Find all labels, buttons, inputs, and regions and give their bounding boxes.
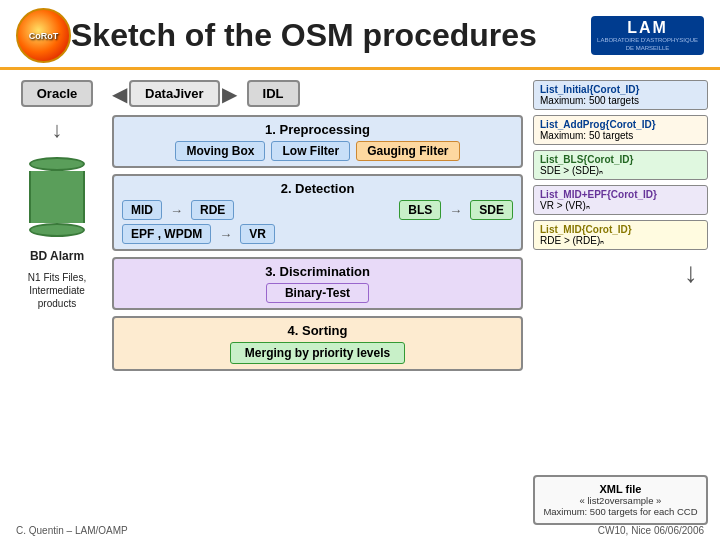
db-body [29,171,85,223]
lam-logo-subtitle: LABORATOIRE D'ASTROPHYSIQUEDE MARSEILLE [597,37,698,51]
detection-section: 2. Detection MID → RDE BLS → SDE EPF , W… [112,174,523,251]
n1-label: N1 Fits Files,Intermediateproducts [28,271,86,310]
list-bls-subtitle: SDE > (SDE)ₙ [540,165,701,176]
footer-right: CW10, Nice 06/06/2006 [598,525,704,536]
page-title: Sketch of the OSM procedures [71,17,591,54]
db-cylinder [27,157,87,237]
xml-title: XML file [543,483,698,495]
lam-logo: LAM LABORATOIRE D'ASTROPHYSIQUEDE MARSEI… [591,16,704,54]
binary-test-box: Binary-Test [266,283,369,303]
idl-box: IDL [247,80,300,107]
footer: C. Quentin – LAM/OAMP CW10, Nice 06/06/2… [0,525,720,536]
detection-row1: MID → RDE BLS → SDE [122,200,513,220]
datajiver-wrapper: ◀ DataJiver ▶ [112,80,237,107]
list-mid-title: List_MID{Corot_ID} [540,224,701,235]
arrow-connector: ↓ [52,117,63,143]
moving-box-filter: Moving Box [175,141,265,161]
arrow-epf-vr: → [219,227,232,242]
main-content: Oracle ↓ BD Alarm N1 Fits Files,Intermed… [0,70,720,535]
arrow-bls-sde: → [449,203,462,218]
sorting-title: 4. Sorting [122,323,513,338]
binary-test-wrapper: Binary-Test [122,283,513,303]
list-bls-box: List_BLS{Corot_ID} SDE > (SDE)ₙ [533,150,708,180]
center-column: ◀ DataJiver ▶ IDL 1. Preprocessing Movin… [112,80,523,525]
list-mid-box: List_MID{Corot_ID} RDE > (RDE)ₙ [533,220,708,250]
list-mid-subtitle: RDE > (RDE)ₙ [540,235,701,246]
page-header: CoRoT Sketch of the OSM procedures LAM L… [0,0,720,70]
sorting-section: 4. Sorting Merging by priority levels [112,316,523,371]
oracle-box: Oracle [21,80,93,107]
right-column: List_Initial{Corot_ID} Maximum: 500 targ… [533,80,708,525]
list-bls-title: List_BLS{Corot_ID} [540,154,701,165]
list-initial-title: List_Initial{Corot_ID} [540,84,701,95]
preprocessing-title: 1. Preprocessing [122,122,513,137]
mid-box: MID [122,200,162,220]
list-mid-epf-title: List_MID+EPF{Corot_ID} [540,189,701,200]
gauging-filter-box: Gauging Filter [356,141,459,161]
list-mid-epf-subtitle: VR > (VR)ₙ [540,200,701,211]
low-filter-box: Low Filter [271,141,350,161]
rde-box: RDE [191,200,234,220]
list-mid-epf-box: List_MID+EPF{Corot_ID} VR > (VR)ₙ [533,185,708,215]
lam-logo-text: LAM [627,19,668,37]
right-arrow-icon: ▶ [222,82,237,106]
sde-box: SDE [470,200,513,220]
list-addprog-subtitle: Maximum: 50 targets [540,130,701,141]
top-row: ◀ DataJiver ▶ IDL [112,80,523,107]
list-addprog-box: List_AddProg{Corot_ID} Maximum: 50 targe… [533,115,708,145]
left-arrow-icon: ◀ [112,82,127,106]
merging-wrapper: Merging by priority levels [122,342,513,364]
xml-box: XML file « list2oversample » Maximum: 50… [533,475,708,525]
datajiver-box: DataJiver [129,80,220,107]
xml-line1: « list2oversample » [543,495,698,506]
vr-box: VR [240,224,275,244]
list-addprog-title: List_AddProg{Corot_ID} [540,119,701,130]
list-initial-box: List_Initial{Corot_ID} Maximum: 500 targ… [533,80,708,110]
epf-box: EPF , WPDM [122,224,211,244]
xml-line2: Maximum: 500 targets for each CCD [543,506,698,517]
preprocessing-section: 1. Preprocessing Moving Box Low Filter G… [112,115,523,168]
footer-left: C. Quentin – LAM/OAMP [16,525,128,536]
db-top [29,157,85,171]
list-initial-subtitle: Maximum: 500 targets [540,95,701,106]
detection-row2: EPF , WPDM → VR [122,224,513,244]
filter-row: Moving Box Low Filter Gauging Filter [122,141,513,161]
left-column: Oracle ↓ BD Alarm N1 Fits Files,Intermed… [12,80,102,525]
right-down-arrow: ↓ [543,257,698,289]
merging-box: Merging by priority levels [230,342,405,364]
arrow-mid-rde: → [170,203,183,218]
discrimination-title: 3. Discrimination [122,264,513,279]
bls-box: BLS [399,200,441,220]
discrimination-section: 3. Discrimination Binary-Test [112,257,523,310]
bd-alarm-label: BD Alarm [30,249,84,263]
detection-title: 2. Detection [122,181,513,196]
corot-logo: CoRoT [16,8,71,63]
db-bottom [29,223,85,237]
